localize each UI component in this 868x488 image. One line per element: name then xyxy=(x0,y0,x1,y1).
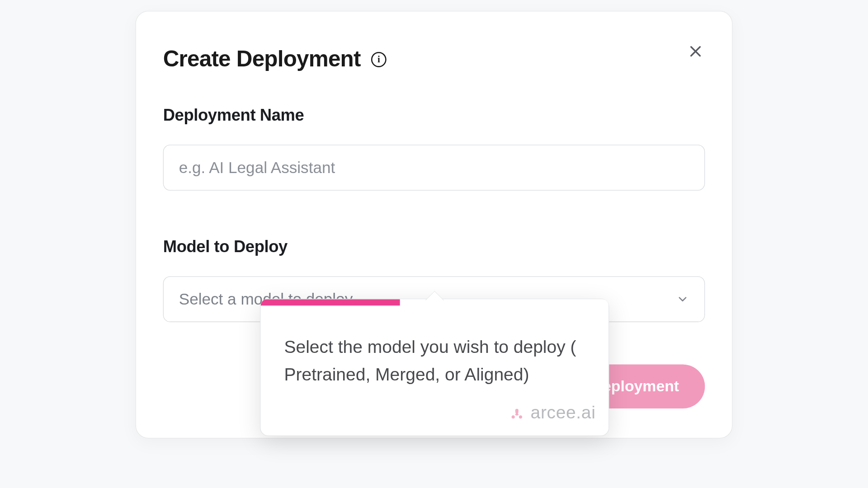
close-button[interactable] xyxy=(684,40,708,63)
deployment-name-field: Deployment Name xyxy=(163,106,705,190)
svg-point-2 xyxy=(512,415,515,418)
chevron-down-icon xyxy=(676,293,689,306)
tooltip-text: Select the model you wish to deploy ( Pr… xyxy=(284,333,585,388)
tooltip-popover: Select the model you wish to deploy ( Pr… xyxy=(260,299,609,436)
tooltip-brand: arcee.ai xyxy=(261,399,609,436)
model-to-deploy-label: Model to Deploy xyxy=(163,238,705,257)
arcee-logo-icon xyxy=(508,404,526,421)
tooltip-arrow xyxy=(425,291,444,301)
deployment-name-label: Deployment Name xyxy=(163,106,705,125)
tooltip-brand-text: arcee.ai xyxy=(531,403,596,422)
tooltip-progress-bar xyxy=(261,299,400,305)
modal-title: Create Deployment xyxy=(163,47,361,72)
deployment-name-input[interactable] xyxy=(163,145,705,190)
close-icon xyxy=(688,44,703,59)
svg-point-4 xyxy=(519,415,522,418)
modal-header: Create Deployment i xyxy=(163,47,705,72)
info-icon[interactable]: i xyxy=(371,52,387,67)
tooltip-body: Select the model you wish to deploy ( Pr… xyxy=(261,306,609,399)
